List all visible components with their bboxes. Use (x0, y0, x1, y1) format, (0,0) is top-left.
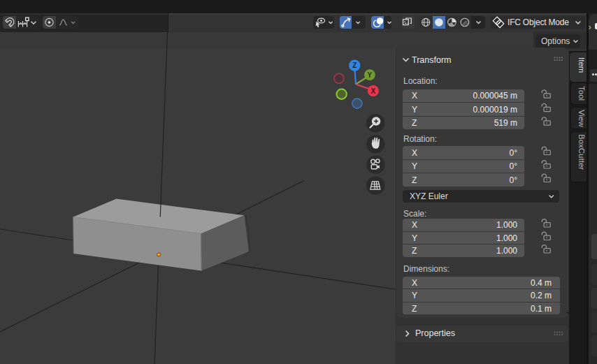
svg-text:Z: Z (352, 61, 357, 69)
svg-text:X: X (371, 87, 375, 95)
svg-text:Y: Y (368, 71, 373, 79)
